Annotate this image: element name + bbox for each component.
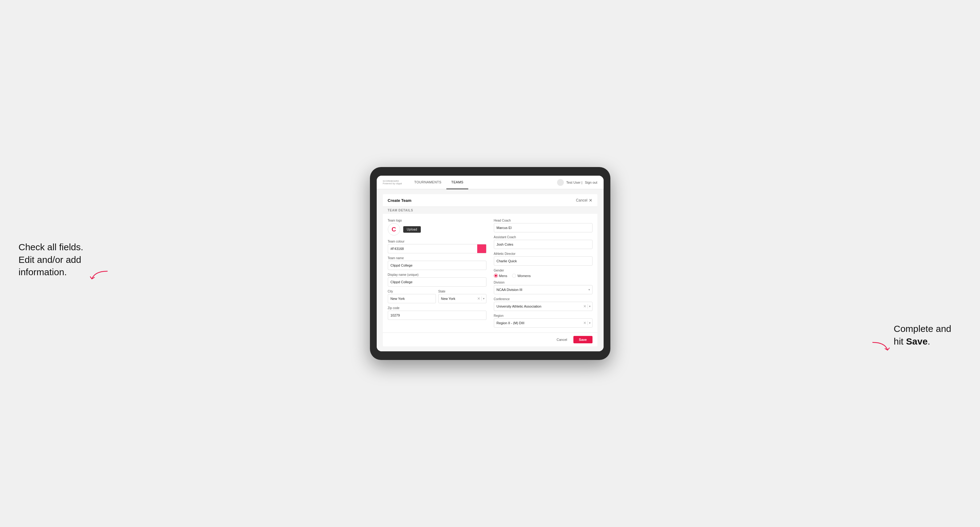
division-label: Division: [494, 281, 592, 284]
assistant-coach-input[interactable]: [494, 240, 592, 249]
annotation-left-line2: Edit and/or add: [19, 254, 81, 265]
athletic-director-input[interactable]: [494, 256, 592, 266]
section-header: TEAM DETAILS: [383, 207, 597, 214]
annotation-left-line1: Check all fields.: [19, 242, 83, 252]
head-coach-input[interactable]: [494, 223, 592, 232]
assistant-coach-field: Assistant Coach: [494, 235, 592, 249]
region-clear-icon[interactable]: ✕: [583, 321, 586, 325]
close-icon[interactable]: ✕: [589, 198, 592, 203]
logo-section: C Upload: [388, 223, 487, 235]
radio-dot: [495, 275, 497, 277]
logo-letter: C: [391, 226, 396, 233]
team-colour-field: Team colour: [388, 240, 487, 253]
zip-label: Zip code: [388, 306, 487, 310]
display-name-input[interactable]: [388, 277, 487, 287]
state-label: State: [438, 290, 487, 293]
city-input[interactable]: [388, 294, 436, 303]
region-label: Region: [494, 314, 592, 317]
state-divider: [482, 297, 482, 301]
team-logo-field: Team logo C Upload: [388, 219, 487, 237]
gender-radio-group: Mens Womens: [494, 274, 592, 278]
arrow-right-icon: [870, 338, 891, 357]
avatar: [557, 179, 564, 186]
city-state-row: City State New York: [388, 290, 487, 303]
conference-select-wrapper: University Athletic Association ✕ ▾: [494, 302, 592, 311]
form-footer: Cancel Save: [383, 333, 597, 346]
gender-mens-text: Mens: [499, 274, 508, 278]
display-name-field: Display name (unique): [388, 273, 487, 287]
team-name-input[interactable]: [388, 261, 487, 270]
tablet-screen: SCOREBOARD Powered by clippd TOURNAMENTS…: [377, 176, 604, 351]
footer-save-button[interactable]: Save: [573, 336, 592, 343]
annotation-right-line1: Complete and: [894, 324, 951, 334]
arrow-left-icon: [89, 268, 110, 285]
state-field: State New York ✕: [438, 290, 487, 303]
state-clear-icon[interactable]: ✕: [477, 297, 480, 300]
athletic-director-label: Athletic Director: [494, 252, 592, 256]
state-arrow-icon: ▾: [483, 297, 485, 300]
conference-select[interactable]: University Athletic Association: [494, 302, 592, 311]
conference-label: Conference: [494, 297, 592, 301]
user-name: Test User |: [566, 181, 582, 184]
annotation-right: Complete and hit Save.: [894, 323, 961, 348]
region-controls: ✕ ▾: [583, 321, 591, 325]
zip-field: Zip code: [388, 306, 487, 320]
region-arrow-icon: ▾: [589, 321, 591, 324]
gender-womens-radio[interactable]: [512, 274, 516, 278]
conference-field: Conference University Athletic Associati…: [494, 297, 592, 311]
region-divider: [587, 321, 588, 325]
annotation-right-end: .: [928, 336, 930, 346]
nav-logo-sub: Powered by clippd: [383, 183, 402, 185]
annotation-left: Check all fields. Edit and/or add inform…: [19, 241, 86, 279]
tab-tournaments[interactable]: TOURNAMENTS: [409, 176, 446, 189]
zip-input[interactable]: [388, 311, 487, 320]
division-field: Division NCAA Division III ▾: [494, 281, 592, 294]
city-state-group: City State New York: [388, 290, 487, 303]
annotation-left-line3: information.: [19, 267, 67, 277]
state-controls: ✕ ▾: [477, 297, 485, 301]
head-coach-label: Head Coach: [494, 219, 592, 222]
assistant-coach-label: Assistant Coach: [494, 235, 592, 239]
gender-field: Gender Mens: [494, 269, 592, 278]
gender-mens-label[interactable]: Mens: [494, 274, 508, 278]
gender-mens-radio[interactable]: [494, 274, 498, 278]
tab-teams[interactable]: TEAMS: [446, 176, 468, 189]
upload-button[interactable]: Upload: [403, 226, 421, 233]
color-field-wrapper: [388, 244, 487, 253]
logo-circle: C: [388, 223, 400, 235]
annotation-right-bold: Save: [906, 336, 928, 346]
color-swatch[interactable]: [477, 244, 487, 253]
form-right-column: Head Coach Assistant Coach Athletic Dire…: [494, 219, 592, 328]
region-select-wrapper: Region II - (M) DIII ✕ ▾: [494, 318, 592, 328]
conference-controls: ✕ ▾: [583, 304, 591, 308]
footer-cancel-button[interactable]: Cancel: [554, 336, 570, 343]
form-container: Create Team Cancel ✕ TEAM DETAILS: [383, 194, 597, 346]
form-left-column: Team logo C Upload Team colo: [388, 219, 487, 328]
nav-logo: SCOREBOARD Powered by clippd: [383, 180, 402, 185]
annotation-right-line2: hit: [894, 336, 906, 346]
region-select[interactable]: Region II - (M) DIII: [494, 318, 592, 328]
nav-tabs: TOURNAMENTS TEAMS: [409, 176, 557, 189]
conference-arrow-icon: ▾: [589, 305, 591, 308]
nav-bar: SCOREBOARD Powered by clippd TOURNAMENTS…: [377, 176, 604, 189]
team-name-label: Team name: [388, 256, 487, 260]
sign-out-link[interactable]: Sign out: [585, 181, 597, 184]
athletic-director-field: Athletic Director: [494, 252, 592, 266]
form-title: Create Team: [388, 198, 412, 203]
display-name-label: Display name (unique): [388, 273, 487, 276]
gender-womens-text: Womens: [517, 274, 531, 278]
team-colour-input[interactable]: [388, 244, 477, 253]
nav-user: Test User | Sign out: [557, 179, 597, 186]
state-select-wrapper: New York ✕ ▾: [438, 294, 487, 303]
division-select[interactable]: NCAA Division III: [494, 285, 592, 294]
city-label: City: [388, 290, 436, 293]
cancel-top-button[interactable]: Cancel ✕: [576, 198, 592, 203]
gender-womens-label[interactable]: Womens: [512, 274, 531, 278]
form-body: Team logo C Upload Team colo: [383, 214, 597, 333]
nav-logo-text: SCOREBOARD: [383, 180, 402, 183]
conference-divider: [587, 304, 588, 308]
region-field: Region Region II - (M) DIII ✕ ▾: [494, 314, 592, 328]
conference-clear-icon[interactable]: ✕: [583, 305, 586, 308]
team-logo-label: Team logo: [388, 219, 487, 222]
division-select-wrapper: NCAA Division III ▾: [494, 285, 592, 294]
